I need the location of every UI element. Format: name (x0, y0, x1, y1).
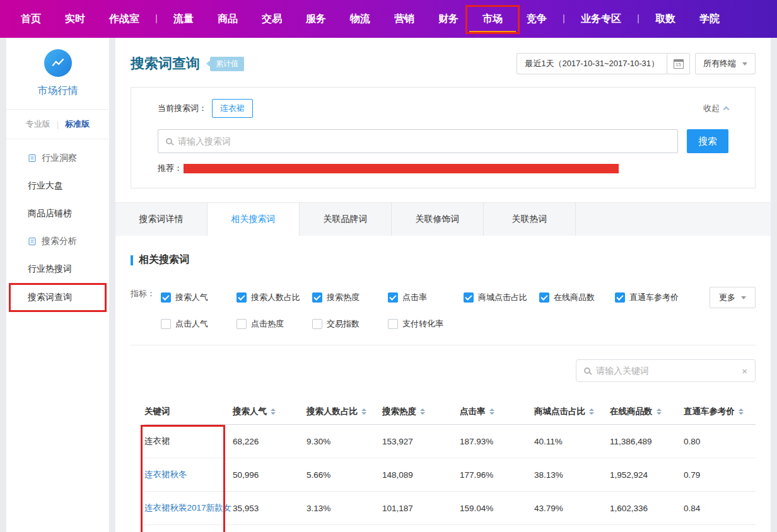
keyword-link[interactable]: 连衣裙秋装2017新款女 (144, 502, 233, 514)
nav-item-marketing[interactable]: 营销 (382, 0, 426, 38)
value-cell: 0.80 (684, 437, 756, 446)
nav-item-service[interactable]: 服务 (294, 0, 338, 38)
column-header-ctr[interactable]: 点击率 (460, 406, 534, 417)
table-row: 连衣裙秋装2017新款女 35,953 3.13% 101,187 159.04… (144, 492, 756, 525)
column-header-ppc-price[interactable]: 直通车参考价 (684, 406, 756, 417)
value-cell: 68,226 (233, 437, 307, 446)
indicator-searcher-ratio[interactable]: 搜索人数占比 (237, 292, 312, 303)
indicator-label: 点击人气 (175, 318, 208, 330)
indicator-payment-conversion[interactable]: 支付转化率 (388, 318, 464, 330)
tab-related-search-terms[interactable]: 相关搜索词 (207, 203, 300, 236)
collapse-link[interactable]: 收起 (703, 103, 728, 114)
page-layout: 市场行情 专业版 | 标准版 行业洞察 行业大盘 商品店铺榜 (0, 38, 777, 532)
indicator-label: 搜索热度 (327, 292, 359, 303)
tab-associated-hot-words[interactable]: 关联热词 (484, 203, 576, 236)
nav-item-warroom[interactable]: 作战室 (97, 0, 151, 38)
current-term-chip[interactable]: 连衣裙 (212, 99, 253, 118)
tab-bar: 搜索词详情 相关搜索词 关联品牌词 关联修饰词 关联热词 (115, 202, 771, 236)
nav-item-market[interactable]: 市场 (470, 0, 515, 38)
nav-divider (638, 14, 639, 23)
search-button[interactable]: 搜索 (687, 129, 728, 153)
value-cell: 1,602,336 (610, 504, 684, 513)
sidebar-group-search-analysis[interactable]: 搜索分析 (6, 228, 109, 255)
version-standard-link[interactable]: 标准版 (65, 119, 90, 130)
sort-icon (739, 408, 744, 415)
search-icon (166, 138, 172, 144)
nav-item-home[interactable]: 首页 (9, 0, 53, 38)
checkbox[interactable] (615, 292, 625, 303)
document-icon (28, 154, 37, 163)
indicator-ppc-reference-price[interactable]: 直通车参考价 (615, 292, 691, 303)
tab-associated-brand-words[interactable]: 关联品牌词 (300, 203, 392, 236)
sidebar-item-search-term-query[interactable]: 搜索词查询 (6, 283, 109, 312)
page-title: 搜索词查询 (131, 54, 200, 73)
checkbox[interactable] (237, 292, 247, 303)
nav-item-competition[interactable]: 竞争 (515, 0, 559, 38)
clear-icon[interactable]: × (742, 366, 747, 376)
nav-item-products[interactable]: 商品 (206, 0, 250, 38)
sidebar-menu: 行业洞察 行业大盘 商品店铺榜 搜索分析 行业热搜词 搜索词查询 (6, 139, 109, 312)
nav-item-logistics[interactable]: 物流 (338, 0, 382, 38)
indicator-online-products[interactable]: 在线商品数 (539, 292, 615, 303)
search-term-input-wrap (158, 129, 678, 153)
sidebar-item-hot-search-words[interactable]: 行业热搜词 (6, 255, 109, 283)
indicator-transaction-index[interactable]: 交易指数 (312, 318, 388, 330)
more-button[interactable]: 更多 (710, 287, 756, 308)
keyword-search-input[interactable] (596, 366, 736, 376)
checkbox[interactable] (161, 292, 171, 303)
checkbox[interactable] (161, 319, 171, 329)
column-header-search-popularity[interactable]: 搜索人气 (233, 406, 307, 417)
sort-icon (361, 408, 366, 415)
calendar-button[interactable]: 15 (667, 54, 689, 74)
sidebar-item-industry-overview[interactable]: 行业大盘 (6, 172, 109, 200)
checkbox[interactable] (312, 292, 322, 303)
indicator-click-popularity[interactable]: 点击人气 (161, 318, 237, 330)
column-header-searcher-ratio[interactable]: 搜索人数占比 (307, 406, 382, 417)
keyword-search-wrap: × (576, 359, 756, 382)
section-title: 相关搜索词 (131, 253, 756, 267)
indicator-label: 点击热度 (251, 318, 284, 330)
search-term-input[interactable] (178, 136, 670, 146)
checkbox[interactable] (388, 319, 398, 329)
indicator-search-popularity[interactable]: 搜索人气 (161, 292, 237, 303)
date-range-picker[interactable]: 最近1天（2017-10-31~2017-10-31） 15 (517, 53, 690, 74)
checkbox[interactable] (237, 319, 247, 329)
column-header-search-heat[interactable]: 搜索热度 (382, 406, 460, 417)
checkbox[interactable] (539, 292, 549, 303)
checkbox[interactable] (312, 319, 322, 329)
checkbox[interactable] (464, 292, 474, 303)
indicator-label: 搜索人气 (175, 292, 208, 303)
value-cell: 35,953 (233, 504, 307, 513)
tab-search-term-detail[interactable]: 搜索词详情 (115, 203, 207, 236)
version-separator: | (57, 120, 59, 129)
value-cell: 38.13% (534, 470, 610, 480)
redacted-content-bar (184, 164, 619, 173)
column-header-online-products[interactable]: 在线商品数 (610, 406, 684, 417)
value-cell: 11,386,489 (610, 437, 684, 446)
indicator-search-heat[interactable]: 搜索热度 (312, 292, 388, 303)
value-cell: 5.66% (307, 470, 382, 480)
terminal-filter-dropdown[interactable]: 所有终端 (695, 53, 756, 74)
indicator-ctr[interactable]: 点击率 (388, 292, 464, 303)
nav-item-academy[interactable]: 学院 (687, 0, 732, 38)
indicator-mall-click-ratio[interactable]: 商城点击占比 (464, 292, 539, 303)
nav-item-finance[interactable]: 财务 (426, 0, 470, 38)
column-label: 搜索热度 (382, 406, 416, 417)
nav-item-business-zone[interactable]: 业务专区 (569, 0, 633, 38)
column-header-mall-click-ratio[interactable]: 商城点击占比 (534, 406, 610, 417)
nav-item-realtime[interactable]: 实时 (53, 0, 97, 38)
table-header-row: 关键词 搜索人气 搜索人数占比 搜索热度 点击率 商城点击占比 在线商品数 直通… (144, 398, 756, 425)
indicators-label: 指标： (131, 287, 161, 340)
tab-associated-modifiers[interactable]: 关联修饰词 (392, 203, 484, 236)
section-divider (131, 345, 756, 345)
sidebar-item-shop-ranking[interactable]: 商品店铺榜 (6, 200, 109, 228)
checkbox[interactable] (388, 292, 398, 303)
nav-item-traffic[interactable]: 流量 (161, 0, 206, 38)
sidebar-group-industry-insight[interactable]: 行业洞察 (6, 144, 109, 172)
value-cell: 9.30% (307, 437, 382, 446)
indicator-click-heat[interactable]: 点击热度 (237, 318, 312, 330)
nav-item-trade[interactable]: 交易 (250, 0, 294, 38)
nav-item-data-extract[interactable]: 取数 (643, 0, 687, 38)
version-pro-link[interactable]: 专业版 (26, 119, 50, 130)
keyword-link[interactable]: 连衣裙秋冬 (144, 469, 233, 480)
